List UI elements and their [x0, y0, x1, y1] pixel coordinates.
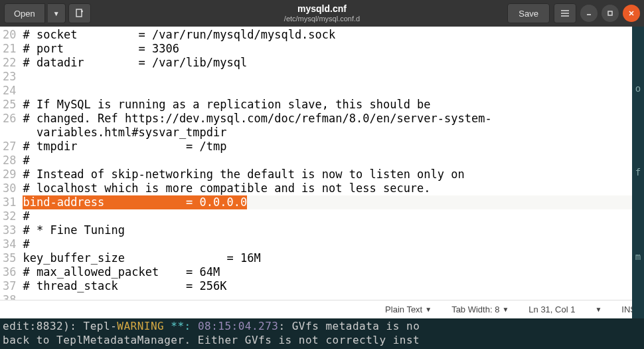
line-number: 29	[3, 168, 16, 181]
line-number: 27	[3, 140, 16, 154]
tab-width-selector[interactable]: Tab Width: 8 ▼	[451, 304, 509, 314]
line-number: 36	[3, 265, 16, 279]
chevron-down-icon: ▼	[502, 306, 509, 313]
code-line[interactable]: variables.html#sysvar_tmpdir	[23, 126, 644, 140]
code-line[interactable]	[23, 293, 644, 300]
code-line[interactable]	[23, 84, 644, 98]
svg-rect-1	[608, 11, 612, 15]
line-number: 28	[3, 154, 16, 168]
line-number: 20	[3, 28, 16, 42]
line-number: 38	[3, 293, 16, 300]
line-number: 22	[3, 56, 16, 70]
line-number: 32	[3, 209, 16, 223]
window-title: mysqld.cnf	[284, 4, 360, 14]
maximize-icon	[606, 9, 614, 17]
maximize-button[interactable]	[602, 5, 619, 22]
code-line[interactable]: #	[23, 154, 644, 168]
open-button-label: Open	[14, 9, 35, 19]
line-number: 31	[3, 195, 16, 209]
new-tab-button[interactable]	[68, 3, 91, 23]
window-subtitle: /etc/mysql/mysql.conf.d	[284, 15, 360, 23]
close-icon	[627, 9, 635, 17]
syntax-label: Plain Text	[385, 304, 422, 314]
code-line[interactable]: bind-address = 0.0.0.0	[23, 195, 644, 209]
code-line[interactable]: # changed. Ref https://dev.mysql.com/doc…	[23, 112, 644, 126]
code-line[interactable]: # If MySQL is running as a replication s…	[23, 98, 644, 112]
editor-area[interactable]: 20212223242526272829303132333435363738 #…	[0, 27, 644, 300]
line-number: 37	[3, 279, 16, 293]
line-number: 23	[3, 70, 16, 84]
code-line[interactable]: # datadir = /var/lib/mysql	[23, 56, 644, 70]
line-number: 26	[3, 112, 16, 126]
hamburger-menu-button[interactable]	[554, 3, 576, 23]
line-number	[3, 126, 16, 140]
terminal-line: back to TeplMetadataManager. Either GVfs…	[3, 334, 641, 348]
code-line[interactable]: # * Fine Tuning	[23, 223, 644, 237]
chevron-down-icon: ▼	[53, 10, 60, 17]
code-line[interactable]: #	[23, 209, 644, 223]
cursor-position[interactable]: Ln 31, Col 1	[528, 304, 575, 314]
code-line[interactable]: key_buffer_size = 16M	[23, 251, 644, 265]
code-line[interactable]: # localhost which is more compatible and…	[23, 181, 644, 195]
save-button-label: Save	[519, 9, 538, 19]
status-bar: Plain Text ▼ Tab Width: 8 ▼ Ln 31, Col 1…	[0, 300, 644, 318]
code-line[interactable]: #	[23, 237, 644, 251]
line-number: 33	[3, 223, 16, 237]
line-number: 21	[3, 42, 16, 56]
line-number: 24	[3, 84, 16, 98]
open-recent-dropdown[interactable]: ▼	[48, 3, 66, 23]
line-number: 25	[3, 98, 16, 112]
hamburger-icon	[560, 9, 570, 18]
code-line[interactable]: # port = 3306	[23, 42, 644, 56]
code-content[interactable]: # socket = /var/run/mysqld/mysqld.sock# …	[20, 27, 644, 300]
terminal-output: edit:8832): Tepl-WARNING **: 08:15:04.27…	[0, 318, 644, 349]
syntax-selector[interactable]: Plain Text ▼	[385, 304, 432, 314]
strip-char: o	[635, 83, 641, 94]
cursor-position-label: Ln 31, Col 1	[528, 304, 575, 314]
chevron-down-icon: ▼	[425, 306, 432, 313]
code-line[interactable]: # thread_stack = 256K	[23, 279, 644, 293]
code-line[interactable]: # socket = /var/run/mysqld/mysqld.sock	[23, 28, 644, 42]
open-button[interactable]: Open	[4, 3, 45, 23]
tab-width-label: Tab Width: 8	[451, 304, 499, 314]
right-margin-strip: ofm	[632, 27, 644, 318]
strip-char: f	[635, 167, 641, 177]
minimize-icon	[585, 9, 593, 17]
terminal-line: edit:8832): Tepl-WARNING **: 08:15:04.27…	[3, 320, 641, 334]
close-button[interactable]	[623, 5, 640, 22]
svg-rect-0	[76, 9, 82, 17]
line-number: 34	[3, 237, 16, 251]
titlebar: Open ▼ mysqld.cnf /etc/mysql/mysql.conf.…	[0, 0, 644, 27]
line-number: 30	[3, 181, 16, 195]
minimize-button[interactable]	[580, 5, 598, 22]
code-line[interactable]: # max_allowed_packet = 64M	[23, 265, 644, 279]
code-line[interactable]: # Instead of skip-networking the default…	[23, 168, 644, 181]
save-button[interactable]: Save	[507, 3, 550, 23]
chevron-down-icon: ▼	[595, 306, 602, 313]
line-number: 35	[3, 251, 16, 265]
goto-line-dropdown[interactable]: ▼	[595, 306, 602, 313]
strip-char: m	[635, 251, 641, 262]
code-line[interactable]: # tmpdir = /tmp	[23, 140, 644, 154]
new-document-icon	[74, 8, 85, 19]
code-line[interactable]	[23, 70, 644, 84]
line-number-gutter: 20212223242526272829303132333435363738	[0, 27, 20, 300]
